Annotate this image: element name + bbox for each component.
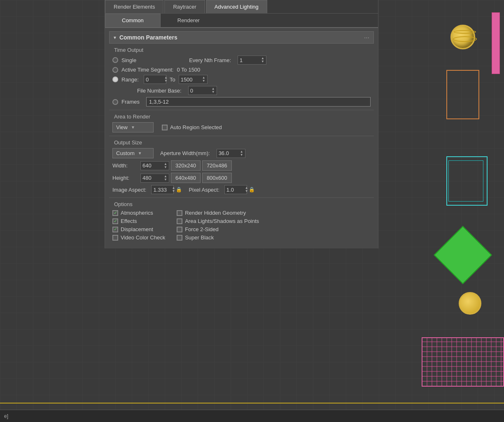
auto-region-container: ✓ Auto Region Selected: [162, 124, 225, 130]
tab-common[interactable]: Common: [105, 14, 161, 27]
file-number-row: File Number Base: 0 ▲ ▼: [112, 86, 371, 95]
section-dots: ⋯: [364, 35, 370, 41]
range-from-spinbox[interactable]: 0 ▲ ▼: [144, 75, 166, 84]
width-arrows[interactable]: ▲ ▼: [164, 162, 167, 169]
area-lights-label: Area Lights/Shadows as Points: [185, 218, 259, 224]
force-2sided-checkbox[interactable]: ✓: [177, 227, 182, 232]
effects-row: ✓ Effects: [112, 218, 168, 224]
single-radio[interactable]: [112, 57, 118, 63]
bottom-bar-text: e]: [4, 413, 8, 419]
render-hidden-checkbox[interactable]: ✓: [177, 210, 182, 216]
force-2sided-label: Force 2-Sided: [185, 226, 219, 232]
every-nth-input[interactable]: 1: [240, 57, 258, 63]
pixel-aspect-spinbox[interactable]: 1.0 ▲ ▼: [224, 185, 247, 194]
effects-checkbox[interactable]: ✓: [112, 218, 118, 224]
area-render-row: View ▼ ✓ Auto Region Selected: [112, 122, 371, 132]
image-aspect-lock-icon[interactable]: 🔒: [175, 186, 182, 193]
pixel-aspect-lock-icon[interactable]: 🔒: [249, 186, 255, 193]
area-lights-row: ✓ Area Lights/Shadows as Points: [177, 218, 262, 224]
super-black-row: ✓ Super Black: [177, 234, 262, 241]
active-segment-row: Active Time Segment: 0 To 1500: [112, 67, 371, 73]
output-size-dropdown[interactable]: Custom ▼: [112, 148, 154, 158]
video-color-checkbox[interactable]: ✓: [112, 235, 118, 241]
range-to-input[interactable]: 1500: [181, 77, 199, 83]
active-segment-radio[interactable]: [112, 67, 118, 73]
aperture-input[interactable]: 36.0: [219, 150, 237, 156]
bottom-bar: e]: [0, 410, 504, 422]
range-to-label: To: [170, 77, 175, 83]
area-render-dropdown[interactable]: View ▼: [112, 122, 154, 132]
active-segment-range: 0 To 1500: [177, 67, 200, 73]
range-to-spinbox[interactable]: 1500 ▲ ▼: [179, 75, 208, 84]
file-number-input[interactable]: 0: [190, 88, 209, 94]
tab-renderer[interactable]: Renderer: [161, 14, 217, 27]
super-black-checkbox[interactable]: ✓: [177, 235, 182, 241]
auto-region-label: Auto Region Selected: [170, 124, 222, 130]
tab-render-elements[interactable]: Render Elements: [105, 0, 163, 13]
options-group: Options ✓ Atmospherics ✓ Effects ✓ Displ: [109, 201, 374, 243]
frames-input[interactable]: 1,3,5-12: [146, 97, 371, 107]
image-aspect-spinbox[interactable]: 1.333 ▲ ▼: [151, 185, 174, 194]
file-number-spinbox[interactable]: 0 ▲ ▼: [188, 86, 217, 95]
aperture-spinbox[interactable]: 36.0 ▲ ▼: [217, 149, 245, 158]
pink-grid: [422, 337, 504, 387]
output-size-group: Output Size Custom ▼ Aperture Width(mm):…: [109, 139, 374, 194]
output-size-label: Output Size: [114, 139, 371, 146]
preset-800x600[interactable]: 800x600: [202, 173, 232, 183]
aperture-arrows[interactable]: ▲ ▼: [240, 150, 243, 157]
force-2sided-row: ✓ Force 2-Sided: [177, 226, 262, 232]
render-hidden-label: Render Hidden Geometry: [185, 210, 246, 216]
options-left-col: ✓ Atmospherics ✓ Effects ✓ Displacement …: [112, 210, 168, 243]
viewport-elements: [380, 0, 504, 422]
range-from-input[interactable]: 0: [146, 77, 164, 83]
frames-radio[interactable]: [112, 99, 118, 105]
active-segment-label: Active Time Segment:: [121, 67, 173, 73]
every-nth-spinbox[interactable]: 1 ▲ ▼: [238, 56, 266, 65]
area-lights-checkbox[interactable]: ✓: [177, 218, 182, 224]
area-render-dropdown-arrow: ▼: [131, 125, 135, 130]
image-aspect-arrows[interactable]: ▲ ▼: [172, 186, 175, 193]
globe-sphere-bottom: [459, 292, 481, 315]
width-row: Width: 640 ▲ ▼ 320x240 720x486: [112, 160, 371, 171]
displacement-row: ✓ Displacement: [112, 226, 168, 232]
range-to-arrows[interactable]: ▲ ▼: [202, 76, 205, 83]
width-spinbox[interactable]: 640 ▲ ▼: [140, 161, 169, 170]
range-radio[interactable]: [112, 77, 118, 82]
displacement-checkbox[interactable]: ✓: [112, 227, 118, 232]
output-size-dropdown-arrow: ▼: [138, 151, 142, 155]
output-size-dropdown-value: Custom: [116, 150, 135, 156]
height-label: Height:: [112, 175, 137, 181]
pixel-aspect-arrows[interactable]: ▲ ▼: [245, 186, 248, 193]
super-black-label: Super Black: [185, 234, 214, 241]
section-header-common-params[interactable]: ▼ Common Parameters ⋯: [109, 31, 374, 44]
range-row: Range: 0 ▲ ▼ To 1500 ▲ ▼: [112, 75, 371, 84]
pixel-aspect-input[interactable]: 1.0: [226, 187, 245, 193]
height-spinbox[interactable]: 480 ▲ ▼: [140, 174, 169, 183]
preset-720x486[interactable]: 720x486: [202, 160, 232, 171]
section-title: Common Parameters: [119, 34, 177, 41]
area-to-render-label: Area to Render: [114, 114, 371, 120]
preset-640x480[interactable]: 640x480: [171, 173, 201, 183]
range-from-arrows[interactable]: ▲ ▼: [164, 76, 168, 83]
every-nth-arrows[interactable]: ▲ ▼: [261, 57, 264, 63]
height-row: Height: 480 ▲ ▼ 640x480 800x600: [112, 173, 371, 183]
auto-region-checkbox[interactable]: ✓: [162, 125, 168, 130]
tab-raytracer[interactable]: Raytracer: [164, 0, 205, 13]
height-input[interactable]: 480: [142, 175, 161, 181]
area-to-render-group: Area to Render View ▼ ✓ Auto Region Sele…: [109, 114, 374, 132]
preset-320x240[interactable]: 320x240: [171, 160, 201, 171]
green-diamond: [434, 226, 492, 284]
image-aspect-input[interactable]: 1.333: [153, 187, 172, 193]
width-input[interactable]: 640: [142, 162, 161, 169]
options-right-col: ✓ Render Hidden Geometry ✓ Area Lights/S…: [177, 210, 262, 243]
pixel-aspect-label: Pixel Aspect:: [189, 187, 219, 193]
atmospherics-checkbox[interactable]: ✓: [112, 210, 118, 216]
file-number-arrows[interactable]: ▲ ▼: [212, 87, 215, 94]
frames-label: Frames: [121, 99, 140, 105]
options-columns: ✓ Atmospherics ✓ Effects ✓ Displacement …: [112, 210, 371, 243]
time-output-group: Time Output Single Every Nth Frame: 1 ▲ …: [109, 47, 374, 107]
height-arrows[interactable]: ▲ ▼: [164, 175, 167, 181]
width-label: Width:: [112, 162, 137, 169]
tab-advanced-lighting[interactable]: Advanced Lighting: [206, 0, 267, 13]
collapse-arrow: ▼: [113, 35, 117, 40]
